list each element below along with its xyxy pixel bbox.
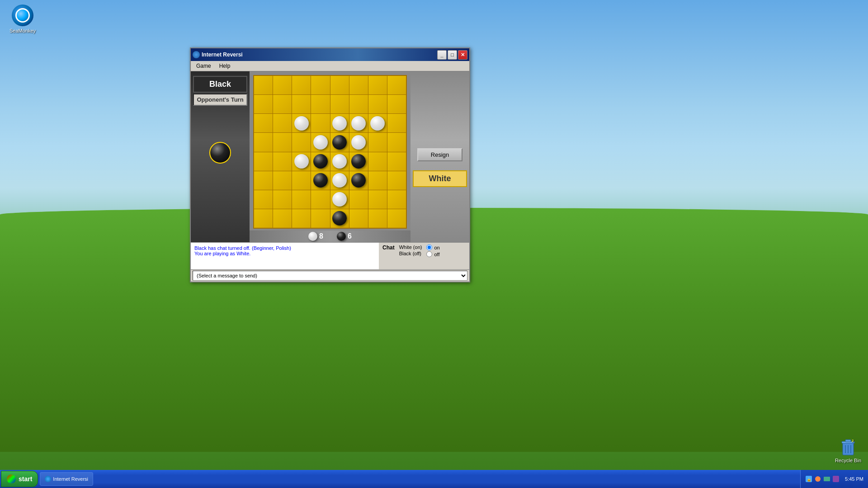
maximize-button[interactable]: □ (448, 50, 457, 60)
board-cell-7-0[interactable] (254, 209, 273, 228)
board-cell-0-3[interactable] (311, 76, 330, 94)
board-cell-4-2[interactable] (292, 152, 311, 171)
white-player-label: White (413, 170, 467, 187)
board-cell-1-4[interactable] (330, 95, 349, 113)
start-button[interactable]: start (1, 471, 38, 487)
radio-off-item[interactable]: off (426, 251, 439, 257)
message-dropdown[interactable]: (Select a message to send) (193, 271, 467, 281)
taskbar-reversi-item[interactable]: Internet Reversi (40, 472, 93, 486)
close-button[interactable]: ✕ (458, 50, 467, 60)
board-cell-1-6[interactable] (368, 95, 387, 113)
resign-button[interactable]: Resign (417, 148, 462, 161)
board-cell-5-3[interactable] (311, 171, 330, 190)
radio-on-item[interactable]: on (426, 244, 439, 250)
board-cell-3-5[interactable] (349, 133, 368, 151)
score-black-item: 8 (308, 232, 323, 241)
board-cell-7-1[interactable] (273, 209, 292, 228)
board-cell-6-0[interactable] (254, 190, 273, 209)
board-cell-7-3[interactable] (311, 209, 330, 228)
board-cell-7-5[interactable] (349, 209, 368, 228)
board-cell-1-3[interactable] (311, 95, 330, 113)
taskbar: start Internet Reversi 🔒 5:45 PM (0, 470, 868, 488)
board-cell-1-7[interactable] (387, 95, 406, 113)
board-cell-5-7[interactable] (387, 171, 406, 190)
board-cell-2-7[interactable] (387, 114, 406, 132)
menu-help[interactable]: Help (216, 62, 234, 70)
board-cell-5-2[interactable] (292, 171, 311, 190)
board-cell-6-2[interactable] (292, 190, 311, 209)
board-cell-7-6[interactable] (368, 209, 387, 228)
board-cell-7-4[interactable] (330, 209, 349, 228)
window-titlebar: Internet Reversi _ □ ✕ (191, 48, 469, 61)
recycle-bin-icon[interactable]: 2 Recycle Bin (835, 436, 861, 463)
message-line-1: Black has chat turned off. (Beginner, Po… (194, 245, 375, 251)
board-cell-2-3[interactable] (311, 114, 330, 132)
black-piece (313, 173, 328, 188)
board-cell-0-7[interactable] (387, 76, 406, 94)
white-piece (332, 154, 347, 169)
board-cell-6-4[interactable] (330, 190, 349, 209)
board-cell-4-4[interactable] (330, 152, 349, 171)
seamonkey-desktop-icon[interactable]: SeaMonkey (5, 5, 41, 33)
board-cell-6-1[interactable] (273, 190, 292, 209)
board-cell-5-6[interactable] (368, 171, 387, 190)
chat-label: Chat (382, 244, 395, 251)
tray-icon-1[interactable]: 🔒 (805, 475, 812, 483)
board-cell-3-1[interactable] (273, 133, 292, 151)
board-cell-2-0[interactable] (254, 114, 273, 132)
tray-icon-4[interactable] (832, 475, 840, 483)
board-cell-6-5[interactable] (349, 190, 368, 209)
board-cell-2-5[interactable] (349, 114, 368, 132)
board-cell-3-3[interactable] (311, 133, 330, 151)
radio-off-label: off (434, 252, 439, 257)
board-cell-2-4[interactable] (330, 114, 349, 132)
board-cell-3-6[interactable] (368, 133, 387, 151)
board-cell-5-0[interactable] (254, 171, 273, 190)
board-cell-5-5[interactable] (349, 171, 368, 190)
radio-off-input[interactable] (426, 251, 432, 257)
board-cell-6-7[interactable] (387, 190, 406, 209)
board-cell-7-7[interactable] (387, 209, 406, 228)
tray-icon-2[interactable] (814, 475, 821, 483)
board-cell-4-6[interactable] (368, 152, 387, 171)
board-cell-3-7[interactable] (387, 133, 406, 151)
black-piece (351, 173, 366, 188)
minimize-button[interactable]: _ (437, 50, 447, 60)
menu-game[interactable]: Game (193, 62, 215, 70)
tray-icon-3[interactable] (823, 475, 830, 483)
board-cell-3-2[interactable] (292, 133, 311, 151)
board-cell-1-0[interactable] (254, 95, 273, 113)
board-cell-2-6[interactable] (368, 114, 387, 132)
board-cell-7-2[interactable] (292, 209, 311, 228)
board-cell-6-3[interactable] (311, 190, 330, 209)
board-cell-4-3[interactable] (311, 152, 330, 171)
board-cell-0-0[interactable] (254, 76, 273, 94)
seamonkey-icon (12, 5, 33, 26)
board-cell-0-2[interactable] (292, 76, 311, 94)
board-cell-4-1[interactable] (273, 152, 292, 171)
board-cell-0-1[interactable] (273, 76, 292, 94)
board-cell-1-5[interactable] (349, 95, 368, 113)
radio-on-input[interactable] (426, 244, 432, 250)
score-white-item: 6 (337, 232, 352, 241)
board-cell-5-4[interactable] (330, 171, 349, 190)
board-cell-4-7[interactable] (387, 152, 406, 171)
board-cell-1-2[interactable] (292, 95, 311, 113)
black-piece (332, 211, 347, 225)
board-cell-5-1[interactable] (273, 171, 292, 190)
black-chat-status: Black (off) (399, 251, 422, 256)
board-cell-2-1[interactable] (273, 114, 292, 132)
board-cell-1-1[interactable] (273, 95, 292, 113)
board-cell-3-4[interactable] (330, 133, 349, 151)
score-black-piece (337, 232, 346, 241)
board-cell-4-0[interactable] (254, 152, 273, 171)
board-cell-4-5[interactable] (349, 152, 368, 171)
board-cell-3-0[interactable] (254, 133, 273, 151)
white-piece (332, 192, 347, 206)
board-cell-2-2[interactable] (292, 114, 311, 132)
board-cell-0-6[interactable] (368, 76, 387, 94)
svg-rect-11 (833, 476, 839, 482)
board-cell-6-6[interactable] (368, 190, 387, 209)
board-cell-0-5[interactable] (349, 76, 368, 94)
board-cell-0-4[interactable] (330, 76, 349, 94)
